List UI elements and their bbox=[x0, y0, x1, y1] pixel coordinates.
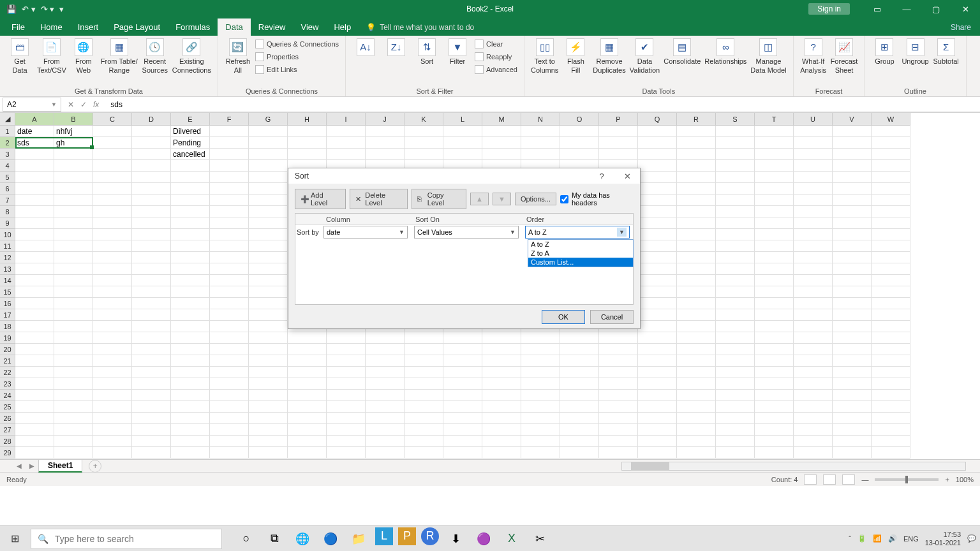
cell[interactable] bbox=[15, 413, 54, 424]
row-header[interactable]: 29 bbox=[0, 447, 15, 459]
cell[interactable] bbox=[210, 413, 249, 424]
cell[interactable] bbox=[716, 298, 755, 309]
cell[interactable] bbox=[210, 252, 249, 263]
row-header[interactable]: 19 bbox=[0, 332, 15, 344]
cell[interactable] bbox=[93, 332, 132, 344]
cell[interactable] bbox=[93, 275, 132, 286]
cell[interactable] bbox=[249, 436, 288, 447]
cell[interactable] bbox=[872, 401, 910, 413]
cell[interactable] bbox=[93, 355, 132, 367]
cell[interactable] bbox=[794, 413, 833, 424]
cell[interactable] bbox=[716, 447, 755, 459]
cell[interactable] bbox=[210, 217, 249, 229]
cell[interactable] bbox=[405, 344, 443, 355]
cell[interactable] bbox=[560, 137, 599, 149]
cell[interactable] bbox=[794, 321, 833, 332]
cell[interactable] bbox=[755, 252, 794, 263]
cell[interactable] bbox=[716, 275, 755, 286]
cell[interactable] bbox=[872, 137, 910, 149]
cell[interactable] bbox=[93, 321, 132, 332]
cell[interactable] bbox=[443, 137, 482, 149]
cell[interactable] bbox=[755, 217, 794, 229]
cell[interactable] bbox=[171, 367, 210, 378]
cell[interactable] bbox=[833, 275, 872, 286]
text-to-columns-button[interactable]: ▯▯Text toColumns bbox=[531, 38, 558, 74]
row-header[interactable]: 21 bbox=[0, 355, 15, 367]
cell[interactable] bbox=[15, 252, 54, 263]
cell[interactable] bbox=[638, 436, 677, 447]
cell[interactable] bbox=[755, 309, 794, 321]
cell[interactable] bbox=[482, 149, 521, 160]
cell[interactable] bbox=[132, 172, 171, 183]
cell[interactable] bbox=[366, 355, 405, 367]
cell[interactable] bbox=[54, 240, 93, 252]
cell[interactable]: Dilvered bbox=[171, 126, 210, 137]
cell[interactable] bbox=[833, 160, 872, 172]
cell[interactable] bbox=[833, 424, 872, 436]
cell[interactable] bbox=[93, 401, 132, 413]
cell[interactable] bbox=[794, 275, 833, 286]
cell[interactable] bbox=[716, 183, 755, 195]
column-header-L[interactable]: L bbox=[443, 113, 482, 126]
cell[interactable] bbox=[171, 355, 210, 367]
cell[interactable] bbox=[132, 263, 171, 275]
cell[interactable] bbox=[366, 436, 405, 447]
cell[interactable] bbox=[521, 344, 560, 355]
cell[interactable] bbox=[171, 183, 210, 195]
cell[interactable] bbox=[716, 263, 755, 275]
cell[interactable] bbox=[405, 126, 443, 137]
cell[interactable] bbox=[171, 344, 210, 355]
cell[interactable] bbox=[249, 286, 288, 298]
sheet-tab[interactable]: Sheet1 bbox=[38, 459, 82, 473]
column-combo[interactable]: date▼ bbox=[323, 226, 408, 239]
cell[interactable] bbox=[716, 160, 755, 172]
cell[interactable] bbox=[288, 447, 327, 459]
cell[interactable] bbox=[755, 355, 794, 367]
zoom-out-button[interactable]: — bbox=[861, 476, 868, 483]
cell[interactable] bbox=[755, 240, 794, 252]
cell[interactable] bbox=[132, 298, 171, 309]
cell[interactable]: date bbox=[15, 126, 54, 137]
cell[interactable]: sds bbox=[15, 137, 54, 149]
cell[interactable] bbox=[638, 229, 677, 240]
cell[interactable] bbox=[716, 355, 755, 367]
cell[interactable] bbox=[638, 217, 677, 229]
cell[interactable] bbox=[443, 126, 482, 137]
cell[interactable] bbox=[521, 401, 560, 413]
row-header[interactable]: 17 bbox=[0, 309, 15, 321]
redo-icon[interactable]: ↷ ▾ bbox=[41, 4, 55, 14]
cell[interactable] bbox=[93, 447, 132, 459]
cell[interactable] bbox=[210, 240, 249, 252]
sort-za-button[interactable]: Z↓ bbox=[383, 38, 410, 56]
column-header-O[interactable]: O bbox=[560, 113, 599, 126]
add-level-button[interactable]: ➕Add Level bbox=[295, 189, 346, 209]
cell[interactable] bbox=[872, 436, 910, 447]
cell[interactable] bbox=[872, 344, 910, 355]
cell[interactable] bbox=[755, 263, 794, 275]
cell[interactable] bbox=[210, 172, 249, 183]
cell[interactable] bbox=[15, 436, 54, 447]
cell[interactable] bbox=[716, 332, 755, 344]
from-table-range-button[interactable]: ▦From Table/Range bbox=[101, 38, 138, 74]
cell[interactable] bbox=[560, 413, 599, 424]
refresh-all-button[interactable]: 🔄RefreshAll bbox=[225, 38, 251, 74]
existing-connections-button[interactable]: 🔗ExistingConnections bbox=[172, 38, 211, 74]
row-header[interactable]: 3 bbox=[0, 149, 15, 160]
cell[interactable] bbox=[54, 344, 93, 355]
cell[interactable] bbox=[833, 447, 872, 459]
cell[interactable] bbox=[599, 447, 638, 459]
cell[interactable] bbox=[249, 355, 288, 367]
cell[interactable] bbox=[482, 355, 521, 367]
cell[interactable] bbox=[677, 217, 716, 229]
cell[interactable] bbox=[794, 390, 833, 401]
cell[interactable] bbox=[716, 390, 755, 401]
cell[interactable] bbox=[93, 298, 132, 309]
cell[interactable] bbox=[755, 172, 794, 183]
cell[interactable] bbox=[93, 217, 132, 229]
cell[interactable] bbox=[366, 126, 405, 137]
cell[interactable] bbox=[872, 160, 910, 172]
cell[interactable] bbox=[872, 367, 910, 378]
cell[interactable] bbox=[288, 367, 327, 378]
cell[interactable] bbox=[132, 332, 171, 344]
cell[interactable] bbox=[716, 367, 755, 378]
